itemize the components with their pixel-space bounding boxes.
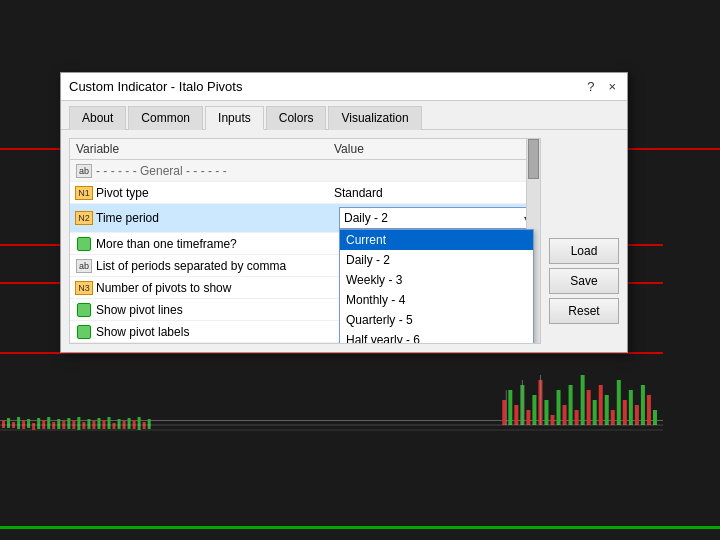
table-header: Variable Value [70, 139, 540, 160]
section-general-label: - - - - - - General - - - - - - [96, 164, 534, 178]
svg-rect-40 [557, 390, 561, 425]
svg-rect-43 [575, 410, 579, 425]
svg-rect-28 [138, 417, 141, 430]
candle-chart-area [0, 370, 663, 480]
reset-button[interactable]: Reset [549, 298, 619, 324]
svg-rect-33 [514, 405, 518, 425]
dropdown-item[interactable]: Monthly - 4 [340, 290, 533, 310]
svg-rect-23 [113, 423, 116, 429]
chart-line-green-bottom [0, 526, 720, 529]
svg-rect-17 [82, 422, 85, 429]
svg-rect-14 [67, 418, 70, 429]
svg-rect-52 [629, 390, 633, 425]
dialog-content: Variable Value ab - - - - - - General - … [61, 130, 627, 352]
scrollbar-thumb[interactable] [528, 139, 539, 179]
col-value-header: Value [334, 142, 534, 156]
svg-rect-24 [118, 419, 121, 429]
row-icon-ab: ab [76, 164, 92, 178]
time-period-label: Time period [96, 211, 339, 225]
row-icon-bool2 [76, 303, 92, 317]
close-button[interactable]: × [605, 79, 619, 94]
time-period-dropdown[interactable]: Daily - 2 ▾ Current Daily - 2 Weekly - 3… [339, 207, 534, 229]
svg-rect-20 [97, 418, 100, 429]
svg-rect-51 [623, 400, 627, 425]
svg-rect-38 [544, 400, 548, 425]
pivot-type-label: Pivot type [96, 186, 334, 200]
dropdown-list: Current Daily - 2 Weekly - 3 Monthly - 4… [339, 229, 534, 344]
svg-rect-22 [107, 417, 110, 429]
svg-rect-32 [508, 390, 512, 425]
table-row: ab - - - - - - General - - - - - - [70, 160, 540, 182]
svg-rect-55 [647, 395, 651, 425]
table-row-time-period: N2 Time period Daily - 2 ▾ Current Daily… [70, 204, 540, 233]
svg-rect-2 [7, 418, 10, 428]
svg-rect-45 [587, 390, 591, 425]
tab-visualization[interactable]: Visualization [328, 106, 421, 130]
svg-rect-12 [57, 419, 60, 429]
svg-rect-47 [599, 385, 603, 425]
dialog-titlebar: Custom Indicator - Italo Pivots ? × [61, 73, 627, 101]
svg-rect-11 [52, 422, 55, 429]
dialog: Custom Indicator - Italo Pivots ? × Abou… [60, 72, 628, 353]
svg-rect-30 [148, 419, 151, 429]
save-button[interactable]: Save [549, 268, 619, 294]
svg-rect-6 [27, 419, 30, 428]
svg-rect-21 [102, 420, 105, 429]
svg-rect-15 [72, 420, 75, 429]
svg-rect-54 [641, 385, 645, 425]
tab-about[interactable]: About [69, 106, 126, 130]
row-icon-bool3 [76, 325, 92, 339]
svg-rect-18 [87, 419, 90, 429]
svg-rect-9 [42, 420, 45, 429]
svg-rect-16 [77, 417, 80, 430]
row-icon-n1: N1 [76, 186, 92, 200]
svg-rect-36 [532, 395, 536, 425]
row-icon-bool1 [76, 237, 92, 251]
svg-rect-10 [47, 417, 50, 429]
inputs-table: Variable Value ab - - - - - - General - … [69, 138, 541, 344]
svg-rect-8 [37, 418, 40, 429]
tab-inputs[interactable]: Inputs [205, 106, 264, 130]
svg-rect-35 [526, 410, 530, 425]
buttons-column: Load Save Reset [549, 138, 619, 344]
svg-rect-49 [611, 410, 615, 425]
dropdown-item[interactable]: Weekly - 3 [340, 270, 533, 290]
row-icon-ab2: ab [76, 259, 92, 273]
svg-rect-48 [605, 395, 609, 425]
dropdown-item[interactable]: Daily - 2 [340, 250, 533, 270]
svg-rect-41 [563, 405, 567, 425]
tab-colors[interactable]: Colors [266, 106, 327, 130]
svg-rect-7 [32, 423, 35, 430]
svg-rect-1 [2, 420, 5, 428]
dialog-title: Custom Indicator - Italo Pivots [69, 79, 242, 94]
dropdown-item[interactable]: Current [340, 230, 533, 250]
svg-rect-46 [593, 400, 597, 425]
svg-rect-44 [581, 375, 585, 425]
row-icon-n2: N2 [76, 211, 92, 225]
dialog-controls: ? × [584, 79, 619, 94]
row-icon-n3: N3 [76, 281, 92, 295]
svg-rect-26 [128, 418, 131, 429]
pivot-type-value: Standard [334, 186, 534, 200]
dropdown-item[interactable]: Half yearly - 6 [340, 330, 533, 344]
svg-rect-53 [635, 405, 639, 425]
dropdown-select[interactable]: Daily - 2 ▾ [339, 207, 534, 229]
svg-rect-50 [617, 380, 621, 425]
svg-rect-4 [17, 417, 20, 429]
svg-rect-27 [133, 420, 136, 429]
help-button[interactable]: ? [584, 79, 597, 94]
svg-rect-31 [502, 400, 506, 425]
svg-rect-39 [550, 415, 554, 425]
tabs-bar: About Common Inputs Colors Visualization [61, 101, 627, 130]
dropdown-item[interactable]: Quarterly - 5 [340, 310, 533, 330]
col-variable-header: Variable [76, 142, 334, 156]
load-button[interactable]: Load [549, 238, 619, 264]
svg-rect-56 [653, 410, 657, 425]
svg-rect-42 [569, 385, 573, 425]
table-row: N1 Pivot type Standard [70, 182, 540, 204]
tab-common[interactable]: Common [128, 106, 203, 130]
svg-rect-29 [143, 422, 146, 429]
dropdown-selected-value: Daily - 2 [344, 211, 388, 225]
